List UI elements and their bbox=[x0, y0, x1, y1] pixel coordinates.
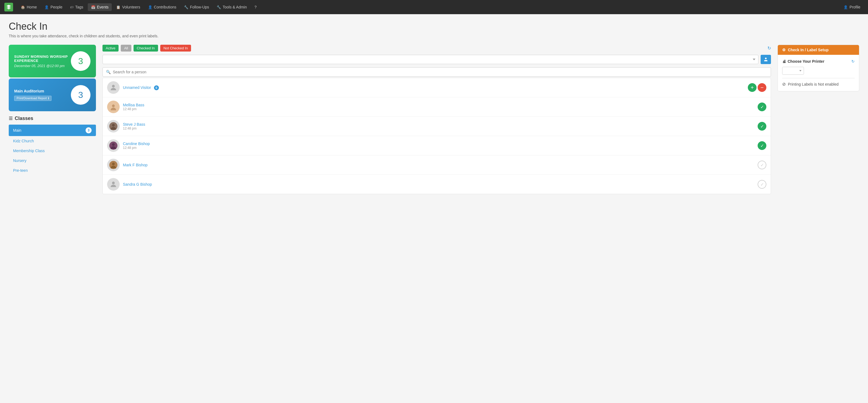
info-icon: ℹ bbox=[48, 96, 49, 100]
print-download-report-button[interactable]: Print/Download Report ℹ bbox=[14, 96, 52, 101]
class-item-main[interactable]: Main 3 bbox=[9, 124, 96, 136]
profile-icon: 👤 bbox=[843, 5, 848, 9]
person-name-mark: Mark F Bishop bbox=[123, 163, 754, 167]
class-count-main: 3 bbox=[86, 127, 92, 133]
app-logo bbox=[4, 3, 13, 11]
nav-tags[interactable]: 🏷 Tags bbox=[67, 3, 87, 11]
avatar-mark bbox=[107, 159, 120, 171]
class-item-membership[interactable]: Membership Class bbox=[9, 146, 96, 156]
person-row-visitor[interactable]: Unnamed Visitor 0 + − bbox=[103, 78, 771, 97]
check-icon-mellisa: ✓ bbox=[757, 103, 766, 111]
person-name-sandra: Sandra G Bishop bbox=[123, 182, 754, 186]
printer-section: 🖨 Choose Your Printer ↻ bbox=[782, 59, 855, 63]
nav-contributions[interactable]: 👤 Contributions bbox=[145, 3, 180, 11]
event-card-worship[interactable]: SUNDAY MORNING WORSHIP EXPERIENCE Decemb… bbox=[9, 45, 96, 78]
person-row-mark[interactable]: Mark F Bishop ✓ bbox=[103, 155, 771, 175]
person-icon: 👤 bbox=[44, 5, 49, 9]
svg-point-10 bbox=[112, 181, 115, 184]
class-item-nursery[interactable]: Nursery bbox=[9, 156, 96, 166]
person-name-steve: Steve J Bass bbox=[123, 122, 754, 126]
filter-checkedin-button[interactable]: Checked In bbox=[133, 45, 158, 52]
svg-point-3 bbox=[112, 105, 115, 107]
filter-all-button[interactable]: All bbox=[121, 45, 131, 52]
classes-header: ☰ Classes bbox=[9, 116, 96, 121]
nav-profile[interactable]: 👤 Profile bbox=[840, 3, 864, 11]
check-icon-steve: ✓ bbox=[757, 122, 766, 131]
person-time-steve: 12:48 pm bbox=[123, 126, 754, 130]
person-info-caroline: Caroline Bishop 12:48 pm bbox=[123, 142, 754, 150]
person-row-steve[interactable]: Steve J Bass 12:48 pm ✓ bbox=[103, 117, 771, 136]
home-icon: 🏠 bbox=[21, 5, 25, 9]
printer-label: 🖨 Choose Your Printer bbox=[782, 59, 825, 63]
person-actions-visitor: + − bbox=[748, 83, 766, 92]
svg-point-5 bbox=[112, 124, 115, 126]
person-row-mellisa[interactable]: Mellisa Bass 12:48 pm ✓ bbox=[103, 97, 771, 117]
volunteers-icon: 📋 bbox=[116, 5, 120, 9]
person-row-sandra[interactable]: Sandra G Bishop ✓ bbox=[103, 175, 771, 194]
gear-icon: ⚙ bbox=[782, 48, 786, 52]
calendar-icon: 📅 bbox=[91, 5, 95, 9]
top-nav: 🏠 Home 👤 People 🏷 Tags 📅 Events 📋 Volunt… bbox=[0, 0, 868, 14]
filter-notcheckedin-button[interactable]: Not Checked In bbox=[160, 45, 191, 52]
list-icon: ☰ bbox=[9, 116, 12, 121]
page-subtitle: This is where you take attendance, check… bbox=[9, 34, 859, 38]
person-time-mellisa: 12:48 pm bbox=[123, 107, 754, 111]
remove-visitor-button[interactable]: − bbox=[757, 83, 766, 92]
printer-icon: 🖨 bbox=[782, 59, 786, 63]
person-name-caroline: Caroline Bishop bbox=[123, 142, 754, 146]
class-item-preteen[interactable]: Pre-teen bbox=[9, 166, 96, 175]
add-visitor-button[interactable]: + bbox=[748, 83, 756, 92]
search-bar: 🔍 bbox=[102, 67, 771, 77]
nav-followups[interactable]: 🔧 Follow-Ups bbox=[181, 3, 212, 11]
person-info-steve: Steve J Bass 12:48 pm bbox=[123, 122, 754, 130]
class-item-kidz[interactable]: Kidz Church bbox=[9, 136, 96, 146]
avatar-visitor bbox=[107, 81, 120, 94]
event-card-location-info: Main Auditorium Print/Download Report ℹ bbox=[14, 89, 71, 101]
person-row-caroline[interactable]: Caroline Bishop 12:48 pm ✓ bbox=[103, 136, 771, 155]
event-card-auditorium[interactable]: Main Auditorium Print/Download Report ℹ … bbox=[9, 79, 96, 111]
person-actions-caroline: ✓ bbox=[757, 141, 766, 150]
nav-tools[interactable]: 🔧 Tools & Admin bbox=[213, 3, 250, 11]
search-input[interactable] bbox=[113, 70, 768, 74]
nav-items: 🏠 Home 👤 People 🏷 Tags 📅 Events 📋 Volunt… bbox=[18, 3, 840, 11]
nav-help[interactable]: ? bbox=[251, 3, 260, 11]
divider bbox=[782, 78, 855, 78]
person-info-visitor: Unnamed Visitor 0 bbox=[123, 85, 745, 90]
person-info-mark: Mark F Bishop bbox=[123, 163, 754, 167]
checkin-setup-card: ⚙ Check In / Label Setup 🖨 Choose Your P… bbox=[777, 45, 859, 91]
add-person-button[interactable] bbox=[761, 55, 771, 64]
event-location: Main Auditorium bbox=[14, 89, 71, 93]
person-name-visitor: Unnamed Visitor bbox=[123, 85, 151, 90]
svg-point-0 bbox=[765, 58, 767, 59]
printing-disabled-label: ⊘ Printing Labels is Not enabled bbox=[782, 82, 855, 87]
check-icon-caroline: ✓ bbox=[757, 141, 766, 150]
tag-icon: 🏷 bbox=[70, 5, 73, 9]
tools-icon: 🔧 bbox=[217, 5, 221, 9]
person-actions-mark: ✓ bbox=[757, 161, 766, 169]
event-count-green: 3 bbox=[71, 51, 91, 71]
person-actions-steve: ✓ bbox=[757, 122, 766, 131]
event-date: December 05, 2021 @12:00 pm bbox=[14, 64, 71, 68]
nav-home[interactable]: 🏠 Home bbox=[18, 3, 40, 11]
person-dropdown[interactable] bbox=[102, 55, 758, 64]
check-icon-sandra: ✓ bbox=[757, 180, 766, 189]
person-name-mellisa: Mellisa Bass bbox=[123, 103, 754, 107]
main-layout: SUNDAY MORNING WORSHIP EXPERIENCE Decemb… bbox=[9, 45, 859, 194]
printer-refresh-icon[interactable]: ↻ bbox=[851, 59, 855, 63]
person-actions-sandra: ✓ bbox=[757, 180, 766, 189]
nav-volunteers[interactable]: 📋 Volunteers bbox=[113, 3, 143, 11]
page-content: Check In This is where you take attendan… bbox=[0, 14, 868, 201]
event-count-blue: 3 bbox=[71, 85, 91, 105]
people-list: Unnamed Visitor 0 + − bbox=[102, 78, 771, 194]
filter-active-button[interactable]: Active bbox=[102, 45, 119, 52]
contributions-icon: 👤 bbox=[148, 5, 152, 9]
checkin-setup-header[interactable]: ⚙ Check In / Label Setup bbox=[778, 45, 859, 55]
followups-icon: 🔧 bbox=[184, 5, 188, 9]
right-panel: ⚙ Check In / Label Setup 🖨 Choose Your P… bbox=[777, 45, 859, 91]
svg-point-1 bbox=[112, 85, 115, 88]
center-panel: Active All Checked In Not Checked In ↻ 🔍 bbox=[102, 45, 771, 194]
nav-people[interactable]: 👤 People bbox=[41, 3, 66, 11]
printer-dropdown[interactable] bbox=[782, 67, 804, 75]
refresh-button[interactable]: ↻ bbox=[768, 46, 771, 51]
nav-events[interactable]: 📅 Events bbox=[88, 3, 112, 11]
